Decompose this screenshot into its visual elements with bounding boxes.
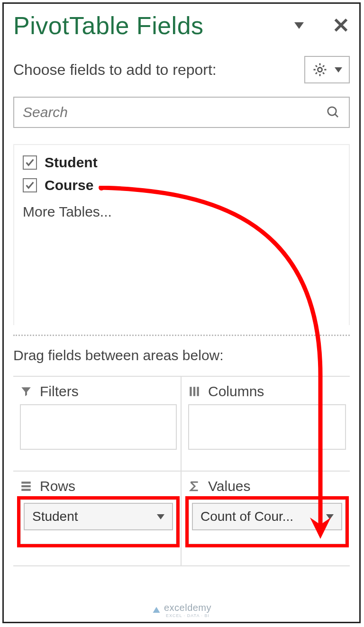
field-item-course[interactable]: Course: [23, 177, 340, 193]
checkbox-checked-icon[interactable]: [23, 155, 37, 170]
svg-point-1: [328, 107, 337, 116]
svg-rect-3: [190, 387, 191, 396]
panel-title: PivotTable Fields: [13, 11, 204, 40]
close-icon[interactable]: ✕: [332, 15, 350, 36]
area-filters[interactable]: Filters: [13, 377, 182, 472]
divider: [13, 335, 350, 336]
pill-label: Student: [32, 509, 78, 524]
values-dropzone[interactable]: Count of Cour...: [188, 499, 346, 545]
search-icon: [326, 105, 340, 119]
area-title: Rows: [40, 478, 75, 494]
pill-label: Count of Cour...: [200, 509, 293, 524]
areas-grid: Filters Columns: [13, 376, 350, 566]
area-title: Filters: [40, 383, 79, 400]
svg-point-0: [318, 67, 322, 72]
area-title: Columns: [208, 383, 264, 400]
columns-dropzone[interactable]: [188, 404, 346, 450]
area-head: Values: [188, 478, 346, 494]
chevron-down-icon: [335, 67, 342, 73]
search-input[interactable]: [23, 104, 326, 120]
drag-instruction: Drag fields between areas below:: [13, 347, 350, 363]
rows-pill-student[interactable]: Student: [24, 503, 173, 530]
subheader-text: Choose fields to add to report:: [13, 61, 217, 79]
values-pill-count-course[interactable]: Count of Cour...: [192, 503, 342, 530]
header-controls: ✕: [294, 15, 350, 36]
columns-icon: [188, 385, 200, 398]
svg-rect-7: [21, 485, 31, 487]
area-head: Columns: [188, 383, 346, 400]
field-label: Course: [45, 177, 93, 193]
svg-rect-8: [21, 489, 31, 491]
tools-button[interactable]: [304, 56, 350, 83]
chevron-down-icon: [326, 514, 334, 519]
svg-line-2: [335, 114, 338, 117]
svg-marker-10: [153, 607, 160, 613]
panel-header: PivotTable Fields ✕: [13, 11, 350, 40]
watermark: exceldemy EXCEL · DATA · BI: [4, 602, 359, 618]
checkbox-checked-icon[interactable]: [23, 178, 37, 192]
collapse-caret-icon[interactable]: [294, 22, 304, 29]
more-tables-link[interactable]: More Tables...: [23, 204, 340, 220]
fields-list: Student Course More Tables...: [13, 144, 350, 325]
field-label: Student: [45, 154, 98, 171]
watermark-brand: exceldemy: [164, 602, 211, 613]
area-head: Filters: [20, 383, 177, 400]
svg-rect-5: [197, 387, 199, 396]
search-box[interactable]: [13, 97, 350, 128]
svg-rect-6: [21, 482, 31, 483]
rows-icon: [20, 480, 32, 492]
area-rows[interactable]: Rows Student: [13, 472, 182, 566]
svg-rect-4: [193, 387, 195, 396]
area-head: Rows: [20, 478, 177, 494]
filters-dropzone[interactable]: [20, 404, 177, 450]
area-columns[interactable]: Columns: [182, 377, 350, 472]
gear-icon: [312, 62, 328, 78]
logo-icon: [152, 606, 161, 615]
watermark-sub: EXCEL · DATA · BI: [164, 613, 211, 618]
field-item-student[interactable]: Student: [23, 154, 340, 171]
sigma-icon: [188, 480, 200, 492]
area-title: Values: [208, 478, 251, 494]
rows-dropzone[interactable]: Student: [20, 499, 177, 545]
subheader-row: Choose fields to add to report:: [13, 56, 350, 83]
area-values[interactable]: Values Count of Cour...: [182, 472, 350, 566]
filter-icon: [20, 385, 32, 398]
pivottable-fields-panel: PivotTable Fields ✕ Choose fields to add…: [2, 2, 361, 623]
chevron-down-icon: [157, 514, 164, 519]
